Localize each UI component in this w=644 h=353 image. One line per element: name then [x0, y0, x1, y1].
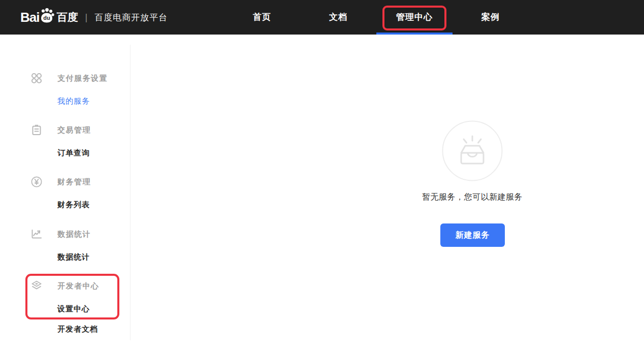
sidebar-group-finance-management: 财务管理: [57, 177, 91, 187]
sidebar-divider: [130, 45, 131, 340]
baidu-paw-icon: du: [38, 7, 55, 24]
layers-icon: [30, 280, 43, 292]
sidebar-group-data-statistics: 数据统计: [57, 229, 91, 239]
sidebar-item-my-services[interactable]: 我的服务: [57, 96, 90, 106]
sidebar-item-finance-list[interactable]: 财务列表: [57, 200, 90, 210]
nav-tab-docs[interactable]: 文档: [300, 0, 376, 35]
nav-tab-management-center[interactable]: 管理中心: [376, 0, 453, 35]
logo-divider: |: [85, 12, 87, 23]
chart-trend-icon: [30, 228, 43, 240]
empty-state-message: 暂无服务，您可以新建服务: [391, 192, 554, 203]
platform-title: 百度电商开放平台: [94, 12, 168, 23]
logo-text-cn: 百度: [56, 10, 78, 24]
clipboard-icon: [30, 124, 43, 136]
grid-icon: [30, 72, 43, 84]
sidebar-group-payment-settings: 支付服务设置: [57, 73, 108, 83]
top-navbar: Bai du 百度 | 百度电商开放平台 首页 文档 管理中心 案例: [0, 0, 644, 35]
sidebar-item-developer-docs[interactable]: 开发者文档: [57, 324, 98, 334]
svg-text:du: du: [44, 15, 50, 21]
baidu-logo[interactable]: Bai du 百度 | 百度电商开放平台: [20, 0, 168, 35]
logo-text-bai: Bai: [20, 10, 39, 25]
sidebar-item-data-statistics[interactable]: 数据统计: [57, 252, 90, 262]
nav-tab-cases[interactable]: 案例: [453, 0, 529, 35]
active-tab-underline: [376, 33, 453, 35]
sidebar-group-developer-center: 开发者中心: [57, 281, 100, 291]
sidebar-group-trade-management: 交易管理: [57, 125, 91, 135]
sidebar-item-settings-center[interactable]: 设置中心: [57, 304, 90, 314]
empty-inbox-icon: [441, 119, 504, 182]
yen-circle-icon: [30, 176, 43, 188]
nav-tab-home[interactable]: 首页: [224, 0, 300, 35]
page: Bai du 百度 | 百度电商开放平台 首页 文档 管理中心 案例 支付服务设…: [0, 0, 644, 353]
create-service-button[interactable]: 新建服务: [440, 223, 505, 247]
sidebar-item-order-query[interactable]: 订单查询: [57, 148, 90, 158]
